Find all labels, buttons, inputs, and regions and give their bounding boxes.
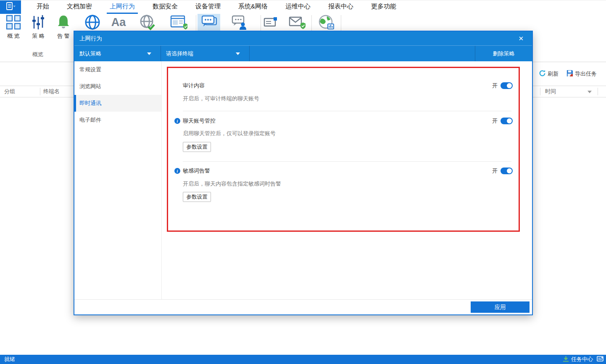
toggle-state-label: 开 [492,117,498,125]
setting-title: 聊天账号管控 [183,117,216,125]
export-task-button[interactable]: 导出任务 [566,70,597,78]
setting-divider [183,161,511,162]
website-check-globe-icon[interactable] [136,14,158,31]
dialog-body: 常规设置 浏览网站 即时通讯 电子邮件 审计内容 开 开启后，可审计终端的聊天账… [74,61,532,299]
dialog-header: 上网行为 ✕ [74,31,532,45]
refresh-icon [539,70,546,78]
setting-description: 启用聊天管控后，仅可以登录指定账号 [183,130,276,137]
column-header-time[interactable]: 时间 [545,86,556,97]
export-task-icon [566,70,573,78]
refresh-label: 刷新 [548,70,559,78]
status-bar: 就绪 任务中心 [0,355,606,364]
info-icon[interactable]: i [174,118,180,124]
browser-shield-icon[interactable] [167,14,190,31]
sensitive-word-param-settings-button[interactable]: 参数设置 [183,192,211,202]
internet-behavior-dialog: 上网行为 ✕ 默认策略 请选择终端 删除策略 常规设置 浏览网站 即时通讯 电子… [74,31,533,315]
dialog-policy-bar: 默认策略 请选择终端 删除策略 [74,45,532,61]
status-bar-right: 任务中心 [563,356,603,363]
policy-sliders-icon[interactable] [27,14,50,31]
net-traffic-globe-icon[interactable] [315,14,338,31]
download-icon [563,356,569,363]
chat-account-control-toggle[interactable]: 开 [492,117,513,125]
sidebar-item-browse-website[interactable]: 浏览网站 [74,78,161,95]
apply-button[interactable]: 应用 [471,301,530,313]
app-journal-icon [5,2,16,13]
tab-doc-encryption[interactable]: 文档加密 [64,0,95,14]
toggle-switch-on [501,118,513,124]
sidebar-item-email[interactable]: 电子邮件 [74,112,161,128]
setting-title: 敏感词告警 [183,167,210,175]
chat-account-param-settings-button[interactable]: 参数设置 [183,142,211,152]
mail-icon[interactable] [260,14,282,31]
app-menu-button[interactable] [0,0,21,14]
sidebar-item-general-settings[interactable]: 常规设置 [74,61,161,78]
task-center-label: 任务中心 [571,356,593,363]
task-center-button[interactable]: 任务中心 [563,356,593,363]
policy-dropdown-value: 默认策略 [79,50,101,58]
overview-grid-icon[interactable] [2,14,25,31]
settings-panel: 审计内容 开 开启后，可审计终端的聊天账号 i 聊天账号管控 开 [162,61,532,299]
setting-description: 开启后，聊天内容包含指定敏感词时告警 [183,180,281,188]
dialog-title: 上网行为 [79,35,102,42]
setting-row-sensitive-word-alert: i 敏感词告警 开 [174,165,513,177]
chevron-down-icon [236,52,240,55]
status-ready-text: 就绪 [4,356,15,363]
sidebar-item-instant-messaging[interactable]: 即时通讯 [74,95,161,112]
aa-glyph: Aa [111,17,126,28]
export-task-label: 导出任务 [575,70,597,78]
terminal-dropdown[interactable]: 请选择终端 [161,46,250,61]
setting-row-audit-content: 审计内容 开 [183,80,513,92]
setting-title: 审计内容 [183,82,205,89]
setting-row-chat-account-control: i 聊天账号管控 开 [174,115,513,127]
web-globe-icon[interactable] [81,14,104,31]
policy-dropdown[interactable]: 默认策略 [74,46,161,61]
policy-bar-spacer [250,46,475,61]
tab-report-center[interactable]: 报表中心 [325,0,356,14]
tab-start[interactable]: 开始 [34,0,52,14]
toggle-state-label: 开 [492,82,498,89]
tab-system-network[interactable]: 系统&网络 [235,0,271,14]
column-divider [40,88,40,95]
column-divider [540,88,540,95]
column-divider [598,88,598,95]
message-icon[interactable] [597,356,603,363]
dialog-sidebar: 常规设置 浏览网站 即时通讯 电子邮件 [74,61,162,299]
close-icon[interactable]: ✕ [515,35,527,42]
tab-more-features[interactable]: 更多功能 [368,0,399,14]
terminal-dropdown-value: 请选择终端 [166,50,193,58]
alert-bell-icon[interactable] [52,14,75,31]
ribbon-tabs: 开始 文档加密 上网行为 数据安全 设备管理 系统&网络 运维中心 报表中心 更… [28,0,405,14]
setting-description: 开启后，可审计终端的聊天账号 [183,95,259,102]
column-header-group[interactable]: 分组 [4,86,15,97]
chat-account-person-icon[interactable] [227,14,250,31]
time-filter-caret[interactable] [588,86,592,97]
mail-shield-icon[interactable] [286,14,308,31]
delete-policy-button[interactable]: 删除策略 [475,46,532,61]
column-header-terminal[interactable]: 终端名 [43,86,60,97]
ribbon-group-caption: 概览 [13,51,63,58]
refresh-button[interactable]: 刷新 [539,70,559,78]
instant-messaging-icon[interactable] [198,14,220,31]
ribbon-tab-bar: 开始 文档加密 上网行为 数据安全 设备管理 系统&网络 运维中心 报表中心 更… [0,0,606,14]
setting-divider [183,111,511,111]
toggle-switch-on [501,82,513,89]
sensitive-word-alert-toggle[interactable]: 开 [492,167,513,175]
audit-content-toggle[interactable]: 开 [492,82,513,89]
application-window: 开始 文档加密 上网行为 数据安全 设备管理 系统&网络 运维中心 报表中心 更… [0,0,606,364]
info-icon[interactable]: i [174,168,180,174]
tab-ops-center[interactable]: 运维中心 [282,0,314,14]
dialog-footer: 应用 [74,299,532,314]
tab-data-security[interactable]: 数据安全 [150,0,181,14]
toggle-state-label: 开 [492,167,498,175]
chevron-down-icon [147,52,151,55]
tab-device-management[interactable]: 设备管理 [192,0,224,14]
tab-internet-behavior[interactable]: 上网行为 [107,0,138,14]
font-aa-icon[interactable]: Aa [107,14,130,31]
toggle-switch-on [501,168,513,174]
